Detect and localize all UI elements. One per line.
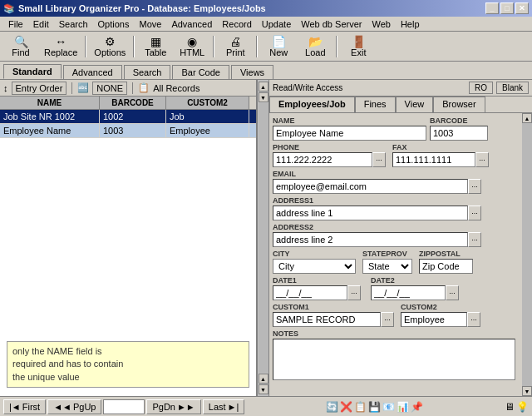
print-button[interactable]: 🖨 Print bbox=[218, 34, 253, 59]
date1-input[interactable] bbox=[273, 285, 347, 300]
custom1-label: CUSTOM1 bbox=[273, 303, 394, 311]
exit-button[interactable]: 🚪 Exit bbox=[341, 34, 376, 59]
nav-input[interactable] bbox=[103, 399, 145, 414]
tab-search[interactable]: Search bbox=[124, 65, 171, 79]
tab-views[interactable]: Views bbox=[231, 65, 273, 79]
minimize-button[interactable]: _ bbox=[485, 2, 499, 14]
entry-order-icon: ↕ bbox=[3, 83, 8, 93]
table-button[interactable]: ▦ Table bbox=[138, 34, 173, 59]
address1-input[interactable] bbox=[273, 206, 468, 220]
load-button[interactable]: 📂 Load bbox=[298, 34, 332, 59]
nav-up-btn[interactable]: ▲ bbox=[259, 82, 268, 92]
find-button[interactable]: 🔍 Find bbox=[3, 34, 38, 59]
nav-next-btn[interactable]: ▼ bbox=[259, 384, 268, 394]
email-input[interactable] bbox=[273, 179, 468, 194]
first-button[interactable]: |◄ First bbox=[3, 399, 46, 414]
tab-advanced[interactable]: Advanced bbox=[63, 65, 122, 79]
tab-browser[interactable]: Browser bbox=[433, 97, 485, 112]
notes-textarea[interactable] bbox=[273, 339, 515, 380]
table-row[interactable]: Employee Name 1003 Employee bbox=[0, 124, 256, 138]
custom1-input[interactable] bbox=[273, 312, 381, 327]
address2-input[interactable] bbox=[273, 232, 468, 247]
nav-prev-btn[interactable]: ▲ bbox=[259, 374, 268, 384]
info-icon[interactable]: 💡 bbox=[516, 401, 529, 413]
form-row-name: NAME BARCODE bbox=[273, 116, 519, 141]
monitor-icon[interactable]: 🖥 bbox=[505, 401, 515, 413]
pgdn-icon: ►► bbox=[177, 402, 195, 412]
delete-icon[interactable]: ❌ bbox=[340, 401, 352, 413]
name-label: NAME bbox=[273, 116, 426, 125]
menu-update[interactable]: Update bbox=[257, 18, 296, 30]
tab-barcode[interactable]: Bar Code bbox=[172, 65, 229, 79]
fax-input[interactable] bbox=[392, 152, 475, 167]
custom1-dots-button[interactable]: ··· bbox=[381, 312, 394, 327]
save-icon[interactable]: 💾 bbox=[368, 401, 381, 413]
tab-standard[interactable]: Standard bbox=[3, 64, 62, 79]
phone-dots-button[interactable]: ··· bbox=[372, 152, 386, 167]
date1-dots-button[interactable]: ··· bbox=[347, 285, 361, 300]
date2-dots-button[interactable]: ··· bbox=[446, 285, 459, 300]
scroll-down-button[interactable]: ▼ bbox=[522, 386, 532, 396]
new-button[interactable]: 📄 New bbox=[261, 34, 296, 59]
last-button[interactable]: Last ►| bbox=[203, 399, 245, 414]
table-row[interactable]: Job Site NR 1002 1002 Job bbox=[0, 110, 256, 124]
pin-icon[interactable]: 📌 bbox=[411, 401, 423, 413]
menu-record[interactable]: Record bbox=[217, 18, 256, 30]
address2-dots-button[interactable]: ··· bbox=[468, 232, 481, 247]
form-tabs: Employees/Job Fines View Browser bbox=[269, 97, 532, 113]
address1-dots-button[interactable]: ··· bbox=[468, 206, 481, 220]
date2-input[interactable] bbox=[371, 285, 446, 300]
col-barcode[interactable]: BARCODE bbox=[100, 97, 166, 109]
copy-icon[interactable]: 📋 bbox=[354, 401, 367, 413]
phone-input[interactable] bbox=[273, 152, 372, 167]
menu-edit[interactable]: Edit bbox=[28, 18, 54, 30]
entry-order-button[interactable]: Entry Order bbox=[12, 82, 67, 95]
title-controls[interactable]: _ □ ✕ bbox=[485, 2, 529, 14]
toolbar-sep-4 bbox=[256, 36, 258, 57]
col-name[interactable]: NAME bbox=[0, 97, 100, 109]
menu-options[interactable]: Options bbox=[93, 18, 135, 30]
email-icon[interactable]: 📧 bbox=[382, 401, 395, 413]
maximize-button[interactable]: □ bbox=[500, 2, 514, 14]
menu-advanced[interactable]: Advanced bbox=[166, 18, 217, 30]
chart-icon[interactable]: 📊 bbox=[397, 401, 409, 413]
pgup-button[interactable]: ◄◄ PgUp bbox=[47, 399, 101, 414]
nav-down-btn[interactable]: ▼ bbox=[259, 92, 268, 102]
col-custom2[interactable]: CUSTOM2 bbox=[166, 97, 249, 109]
menu-help[interactable]: Help bbox=[396, 18, 425, 30]
menu-search[interactable]: Search bbox=[54, 18, 93, 30]
state-select[interactable]: State StateALAKAZARCACOCTDEFLGA bbox=[362, 259, 412, 274]
tab-employees-job[interactable]: Employees/Job bbox=[269, 97, 355, 112]
main-area: ↕ Entry Order 🔤 NONE 📋 All Records NAME … bbox=[0, 80, 532, 396]
menu-webdb[interactable]: Web db Server bbox=[296, 18, 367, 30]
barcode-input[interactable] bbox=[430, 126, 488, 141]
custom2-dots-button[interactable]: ··· bbox=[467, 312, 480, 327]
html-button[interactable]: ◉ HTML bbox=[175, 34, 209, 59]
ro-button[interactable]: RO bbox=[469, 82, 493, 94]
replace-button[interactable]: ↔ Replace bbox=[40, 34, 81, 59]
window-title: Small Library Organizer Pro - Database: … bbox=[18, 3, 266, 13]
tab-view[interactable]: View bbox=[396, 97, 434, 112]
email-dots-button[interactable]: ··· bbox=[468, 179, 481, 194]
pgdn-button[interactable]: PgDn ►► bbox=[146, 399, 200, 414]
zip-input[interactable] bbox=[419, 259, 473, 274]
blank-button[interactable]: Blank bbox=[496, 82, 529, 94]
menu-web[interactable]: Web bbox=[367, 18, 395, 30]
tab-fines[interactable]: Fines bbox=[355, 97, 396, 112]
form-row-city: CITY City STATEPROV State StateALAKAZARC… bbox=[273, 250, 519, 274]
print-icon: 🖨 bbox=[229, 36, 241, 47]
options-button[interactable]: ⚙ Options bbox=[90, 34, 130, 59]
city-select[interactable]: City bbox=[273, 259, 356, 274]
menu-move[interactable]: Move bbox=[134, 18, 166, 30]
fax-dots-button[interactable]: ··· bbox=[475, 152, 489, 167]
fax-label: FAX bbox=[392, 143, 489, 151]
custom2-input[interactable] bbox=[401, 312, 467, 327]
close-button[interactable]: ✕ bbox=[515, 2, 529, 14]
name-input[interactable] bbox=[273, 126, 426, 141]
none-button[interactable]: NONE bbox=[92, 82, 127, 95]
scroll-up-button[interactable]: ▲ bbox=[522, 113, 532, 123]
cell-barcode-0: 1002 bbox=[100, 110, 166, 123]
refresh-icon[interactable]: 🔄 bbox=[326, 401, 338, 413]
form-row-address2: ADDRESS2 ··· bbox=[273, 223, 519, 247]
menu-file[interactable]: File bbox=[3, 18, 28, 30]
